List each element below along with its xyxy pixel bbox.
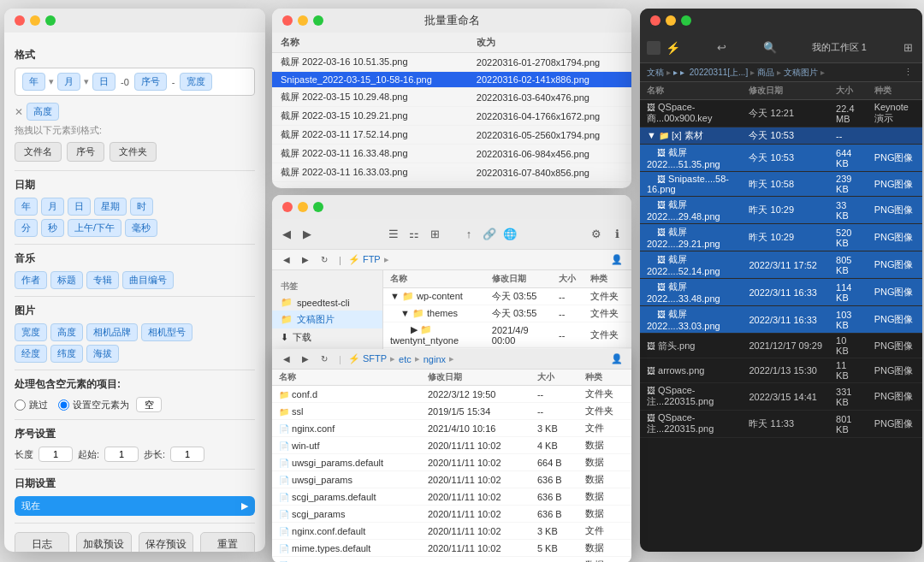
sftp-back-icon[interactable]: ◀ bbox=[279, 352, 294, 367]
dark-path-docs[interactable]: 文稿 bbox=[647, 67, 664, 79]
minimize-button[interactable] bbox=[30, 15, 40, 26]
reset-btn[interactable]: 重置 bbox=[200, 532, 255, 552]
globe-icon[interactable]: 🌐 bbox=[502, 227, 518, 242]
close-button[interactable] bbox=[15, 15, 25, 26]
maximize-btn-win4[interactable] bbox=[681, 15, 691, 26]
sidebar-download[interactable]: ⬇下载 bbox=[272, 328, 382, 346]
seq-length-input[interactable] bbox=[38, 447, 73, 462]
nav-refresh-icon[interactable]: ↻ bbox=[317, 252, 332, 268]
date-select[interactable]: 现在 ▶ bbox=[15, 496, 255, 516]
close-btn-win2[interactable] bbox=[282, 15, 293, 26]
sidebar-speedtest[interactable]: 📁speedtest-cli bbox=[272, 294, 382, 311]
minimize-btn-win3[interactable] bbox=[298, 202, 308, 212]
sftp-table-row[interactable]: 📄 mime.types 2020/11/11 10:02 5 KB 数据 bbox=[272, 557, 631, 563]
sidebar-docs-images[interactable]: 📁文稿图片 bbox=[272, 311, 382, 328]
dark-table-row[interactable]: 🖼 arrows.png 2022/1/13 15:30 11 KB PNG图像 bbox=[640, 358, 922, 383]
tag-second[interactable]: 秒 bbox=[41, 219, 64, 237]
view-columns-icon[interactable]: ⚏ bbox=[406, 227, 422, 242]
save-preset-btn[interactable]: 保存预设 bbox=[139, 532, 193, 552]
rename-table-row[interactable]: 截屏 2022-03-11 17.52.14.png 20220316-05-2… bbox=[272, 126, 631, 145]
rename-table-row[interactable]: 截屏 2022-03-11 16.33.03.png 20220316-07-8… bbox=[272, 163, 631, 182]
dark-table-row[interactable]: 🖼 截屏2022....51.35.png 今天 10:53 644 KB PN… bbox=[640, 145, 922, 172]
nav-back-icon[interactable]: ◀ bbox=[279, 252, 294, 268]
tag-month2[interactable]: 月 bbox=[41, 198, 64, 216]
tag-img-height[interactable]: 高度 bbox=[50, 323, 83, 341]
share-icon[interactable]: ↑ bbox=[461, 227, 477, 242]
drag-folder-btn[interactable]: 文件夹 bbox=[110, 142, 157, 162]
rename-table-row[interactable]: 截屏 2022-03-11 16.33.48.png 20220316-06-9… bbox=[272, 145, 631, 163]
dark-table-row[interactable]: 🖼 QSpace-商...00x900.key 今天 12:21 22.4 MB… bbox=[640, 100, 922, 127]
sftp-table-row[interactable]: 📄 nginx.conf 2021/4/10 10:16 3 KB 文件 bbox=[272, 420, 631, 437]
ftp-table-row[interactable]: ▼ 📁 themes 今天 03:55 -- 文件夹 bbox=[383, 305, 631, 322]
remove-height-btn[interactable]: ✕ bbox=[15, 106, 23, 118]
sftp-table-row[interactable]: 📁 ssl 2019/1/5 15:34 -- 文件夹 bbox=[272, 403, 631, 420]
rename-table-row[interactable]: 截屏 2022-03-15 10.29.21.png 20220316-04-1… bbox=[272, 107, 631, 126]
sftp-forward-icon[interactable]: ▶ bbox=[298, 352, 313, 367]
rename-table-row[interactable]: 截屏 2022-03-16 10.51.35.png 20220316-01-2… bbox=[272, 53, 631, 72]
tag-ms[interactable]: 毫秒 bbox=[125, 219, 157, 237]
sftp-table-row[interactable]: 📄 win-utf 2020/11/11 10:02 4 KB 数据 bbox=[272, 437, 631, 454]
minimize-btn-win2[interactable] bbox=[298, 15, 308, 26]
sftp-table-row[interactable]: 📄 nginx.conf.default 2020/11/11 10:02 3 … bbox=[272, 523, 631, 540]
action-icon[interactable]: ⚙ bbox=[589, 227, 604, 242]
user-icon[interactable]: 👤 bbox=[609, 252, 625, 268]
view-list-icon[interactable]: ☰ bbox=[386, 227, 401, 242]
empty-value-input[interactable] bbox=[136, 397, 162, 412]
dark-grid-icon[interactable]: ⊞ bbox=[900, 40, 915, 56]
skip-option[interactable]: 跳过 bbox=[15, 399, 48, 411]
seq-step-input[interactable] bbox=[170, 447, 204, 462]
tag-minute[interactable]: 分 bbox=[15, 219, 38, 237]
sftp-table-row[interactable]: 📄 uwsgi_params.default 2020/11/11 10:02 … bbox=[272, 454, 631, 471]
tag-year[interactable]: 年 bbox=[22, 73, 45, 91]
dark-table-row[interactable]: 🖼 QSpace-注...220315.png 昨天 11:33 801 KB … bbox=[640, 411, 922, 438]
dark-table-row[interactable]: 🖼 截屏2022....29.21.png 昨天 10:29 520 KB PN… bbox=[640, 224, 922, 251]
load-preset-btn[interactable]: 加载预设 bbox=[76, 532, 131, 552]
tag-title[interactable]: 标题 bbox=[50, 271, 83, 289]
minimize-btn-win4[interactable] bbox=[666, 15, 676, 26]
sftp-table-row[interactable]: 📄 scgi_params.default 2020/11/11 10:02 6… bbox=[272, 488, 631, 506]
back-icon[interactable]: ◀ bbox=[279, 227, 294, 242]
sftp-path-sftp[interactable]: ⚡ SFTP bbox=[348, 353, 387, 364]
dark-table-row[interactable]: ▼ 📁 [x] 素材 今天 10:53 -- bbox=[640, 127, 922, 145]
view-cover-icon[interactable]: ⊞ bbox=[427, 227, 442, 242]
tag-width[interactable]: 宽度 bbox=[180, 73, 212, 91]
sftp-user-icon[interactable]: 👤 bbox=[609, 352, 625, 367]
sftp-table-row[interactable]: 📄 uwsgi_params 2020/11/11 10:02 636 B 数据 bbox=[272, 471, 631, 488]
tag-album[interactable]: 专辑 bbox=[86, 271, 119, 289]
connect-icon[interactable]: 🔗 bbox=[482, 227, 497, 242]
set-empty-radio[interactable] bbox=[58, 399, 69, 411]
tag-camera-brand[interactable]: 相机品牌 bbox=[86, 323, 138, 341]
tag-altitude[interactable]: 海拔 bbox=[86, 345, 119, 363]
dark-path-images[interactable]: 文稿图片 bbox=[784, 67, 818, 79]
rename-table-row[interactable]: Snipaste_2022-03-15_10-58-16.png 2022031… bbox=[272, 72, 631, 88]
ftp-table-row[interactable]: ▼ 📁 wp-content 今天 03:55 -- 文件夹 bbox=[383, 288, 631, 305]
log-btn[interactable]: 日志 bbox=[15, 532, 69, 552]
dark-table-row[interactable]: 🖼 截屏2022....52.14.png 2022/3/11 17:52 80… bbox=[640, 251, 922, 279]
tag-day[interactable]: 日 bbox=[92, 73, 116, 91]
path-ftp[interactable]: ⚡ FTP bbox=[348, 254, 381, 265]
tag-month[interactable]: 月 bbox=[57, 73, 80, 91]
tag-track[interactable]: 曲目编号 bbox=[122, 271, 174, 289]
dark-table-row[interactable]: 🖼 箭头.png 2021/12/17 09:29 10 KB PNG图像 bbox=[640, 334, 922, 358]
tag-day2[interactable]: 日 bbox=[68, 198, 91, 216]
tag-author[interactable]: 作者 bbox=[15, 271, 47, 289]
tag-seq[interactable]: 序号 bbox=[134, 73, 167, 91]
drag-filename-btn[interactable]: 文件名 bbox=[15, 142, 62, 162]
close-btn-win3[interactable] bbox=[282, 202, 293, 212]
ftp-table-row[interactable]: ▶ 📁 twentynt_ntyone 2021/4/9 00:00 -- 文件… bbox=[383, 322, 631, 348]
seq-start-input[interactable] bbox=[104, 447, 139, 462]
tag-hour[interactable]: 时 bbox=[130, 198, 153, 216]
info-icon[interactable]: ℹ bbox=[609, 227, 625, 242]
dark-table-row[interactable]: 🖼 Snipaste....58-16.png 昨天 10:58 239 KB … bbox=[640, 172, 922, 197]
sftp-path-nginx[interactable]: nginx bbox=[424, 354, 446, 364]
tag-camera-model[interactable]: 相机型号 bbox=[141, 323, 192, 341]
maximize-btn-win3[interactable] bbox=[313, 202, 323, 212]
set-empty-option[interactable]: 设置空元素为 bbox=[58, 397, 162, 412]
dark-search-icon[interactable]: 🔍 bbox=[762, 40, 778, 56]
forward-icon[interactable]: ▶ bbox=[299, 227, 315, 242]
dark-table-row[interactable]: 🖼 截屏2022....33.48.png 2022/3/11 16:33 11… bbox=[640, 279, 922, 306]
dark-table-row[interactable]: 🖼 截屏2022....33.03.png 2022/3/11 16:33 10… bbox=[640, 306, 922, 334]
tag-ampm[interactable]: 上午/下午 bbox=[68, 219, 121, 237]
dark-back-icon[interactable]: ↩ bbox=[714, 40, 729, 56]
dark-path-goods[interactable]: 商品 bbox=[757, 67, 774, 79]
